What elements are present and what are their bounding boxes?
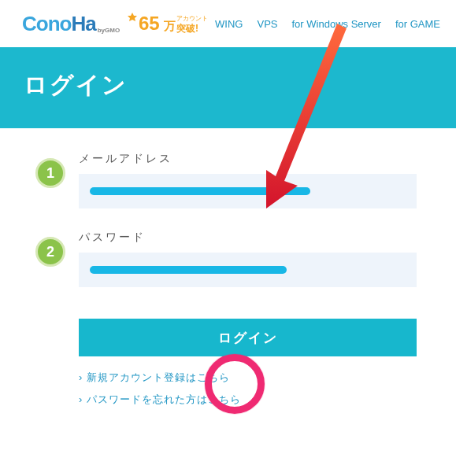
svg-marker-0 — [128, 13, 137, 21]
header: ConoHa byGMO 65 万 アカウント 突破! WING VPS for… — [0, 0, 456, 47]
label-email: メールアドレス — [79, 152, 417, 166]
svg-text:アカウント: アカウント — [176, 15, 208, 22]
nav-game[interactable]: for GAME — [395, 18, 440, 30]
logo-sub: byGMO — [98, 27, 120, 34]
link-register[interactable]: 新規アカウント登録はこちら — [79, 371, 417, 385]
nav-windows-server[interactable]: for Windows Server — [292, 18, 381, 30]
link-forgot-password[interactable]: パスワードを忘れた方はこちら — [79, 393, 417, 407]
password-input[interactable] — [79, 253, 417, 287]
login-form: 1 メールアドレス 2 パスワード ログイン 新規アカウント登録はこちら パスワ… — [0, 128, 456, 407]
step-badge-1: 1 — [35, 158, 65, 188]
hero: ログイン — [0, 47, 456, 128]
aux-links: 新規アカウント登録はこちら パスワードを忘れた方はこちら — [79, 371, 417, 407]
svg-text:突破!: 突破! — [176, 23, 198, 34]
redacted-value — [90, 187, 310, 195]
step-badge-2: 2 — [35, 237, 65, 267]
field-email: 1 メールアドレス — [39, 152, 417, 208]
account-count-badge: 65 万 アカウント 突破! — [128, 9, 214, 38]
nav-wing[interactable]: WING — [215, 18, 243, 30]
svg-text:65: 65 — [139, 13, 160, 34]
nav-vps[interactable]: VPS — [257, 18, 277, 30]
logo[interactable]: ConoHa byGMO — [22, 12, 120, 36]
svg-text:万: 万 — [163, 19, 176, 32]
email-input[interactable] — [79, 174, 417, 208]
redacted-value — [90, 266, 287, 274]
page-title: ログイン — [24, 69, 432, 101]
field-password: 2 パスワード — [39, 231, 417, 287]
login-button[interactable]: ログイン — [79, 319, 417, 356]
label-password: パスワード — [79, 231, 417, 245]
top-nav: WING VPS for Windows Server for GAME — [215, 18, 448, 30]
